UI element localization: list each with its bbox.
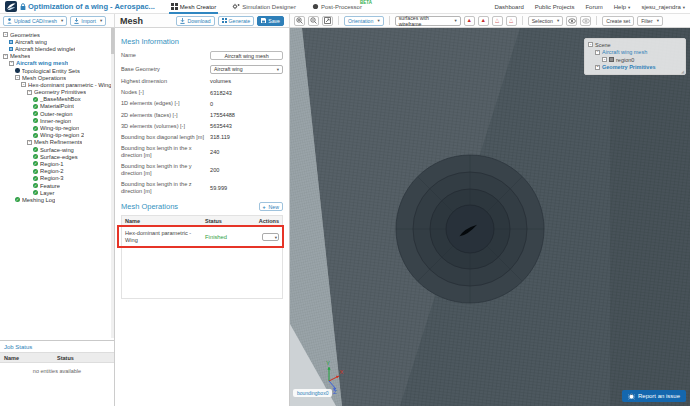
- check-icon: [33, 118, 38, 123]
- tree-item-geometries[interactable]: Geometries: [2, 31, 113, 38]
- tree-item-surface-wing[interactable]: Surface-wing: [2, 146, 113, 153]
- tree-item-mesh-operations[interactable]: Mesh Operations: [2, 74, 113, 81]
- expander-icon[interactable]: [595, 50, 600, 55]
- save-button[interactable]: Save: [257, 16, 284, 26]
- tree-item-meshing-log[interactable]: Meshing Log: [2, 196, 113, 203]
- scrollbar-thumb[interactable]: [111, 28, 114, 54]
- tree-item-materialpoint[interactable]: MaterialPoint: [2, 103, 113, 110]
- tree-item-surface-edges[interactable]: Surface-edges: [2, 153, 113, 160]
- mesh-quality-2-button[interactable]: ▲: [478, 16, 489, 26]
- tab-post-processor[interactable]: Post-Processor BETA: [310, 0, 364, 14]
- nav-forum[interactable]: Forum: [585, 4, 602, 10]
- scene-tree-overlay[interactable]: Scene Aircraft wing mesh region0 Geometr…: [584, 38, 686, 75]
- app-window: Optimization of a wing - Aerospac... Mes…: [0, 0, 690, 406]
- mesh-3d-render[interactable]: [290, 28, 690, 406]
- divider: [389, 16, 390, 25]
- nav-dashboard[interactable]: Dashboard: [494, 4, 523, 10]
- tab-mesh-creator[interactable]: Mesh Creator: [169, 0, 218, 14]
- resize-handle-icon[interactable]: [681, 69, 684, 74]
- tree-item-wing-tip-region[interactable]: Wing-tip-region: [2, 124, 113, 131]
- tree-item-feature[interactable]: Feature: [2, 182, 113, 189]
- tree-item-topological-entity-sets[interactable]: Topological Entity Sets: [2, 67, 113, 74]
- check-icon: [33, 176, 38, 181]
- mesh-name-input[interactable]: [210, 51, 283, 60]
- upload-cad-button[interactable]: Upload CAD/mesh: [3, 16, 67, 26]
- main-content: Geometries Aircraft wing Aircraft blende…: [0, 28, 690, 406]
- check-icon: [33, 161, 38, 166]
- generate-button[interactable]: Generate: [218, 16, 255, 26]
- tree-item-inner-region[interactable]: Inner-region: [2, 117, 113, 124]
- tree-item-wing-tip-region-2[interactable]: Wing-tip-region 2: [2, 132, 113, 139]
- expander-icon[interactable]: [27, 140, 32, 145]
- selection-dropdown[interactable]: Selection: [528, 16, 564, 26]
- beta-badge: BETA: [360, 0, 372, 5]
- expander-icon[interactable]: [9, 61, 14, 66]
- scene-root-item[interactable]: Scene: [588, 41, 682, 49]
- svg-text:Y: Y: [326, 360, 330, 366]
- generate-label: Generate: [229, 18, 251, 24]
- new-operation-button[interactable]: New: [259, 202, 283, 211]
- tree-item-region-3[interactable]: Region-3: [2, 175, 113, 182]
- expander-icon[interactable]: [15, 75, 20, 80]
- expander-icon[interactable]: [27, 90, 32, 95]
- orientation-dropdown[interactable]: Orientation: [344, 16, 384, 26]
- tree-item-region-2[interactable]: Region-2: [2, 168, 113, 175]
- expander-icon[interactable]: [3, 32, 8, 37]
- report-issue-button[interactable]: Report an issue: [622, 390, 686, 402]
- tree-item-outer-region[interactable]: Outer-region: [2, 110, 113, 117]
- tree-item-aircraft-wing[interactable]: Aircraft wing: [2, 38, 113, 45]
- nav-public-projects[interactable]: Public Projects: [535, 4, 575, 10]
- panel-title: Mesh: [120, 16, 143, 26]
- tree-item-basemeshbox[interactable]: _BaseMeshBox: [2, 96, 113, 103]
- expander-icon[interactable]: [21, 82, 26, 87]
- app-logo-icon[interactable]: [5, 1, 17, 12]
- tree-item-aircraft-wing-mesh[interactable]: Aircraft wing mesh: [2, 60, 113, 67]
- expander-icon[interactable]: [602, 57, 607, 62]
- tree-item-region-1[interactable]: Region-1: [2, 160, 113, 167]
- project-title[interactable]: Optimization of a wing - Aerospac...: [28, 2, 155, 11]
- zoom-fit-button[interactable]: [322, 16, 333, 26]
- operation-actions-select[interactable]: [262, 233, 279, 241]
- scene-geometry-primitives-item[interactable]: Geometry Primitives: [588, 64, 682, 72]
- tree-item-hex-dominant-parametric[interactable]: Hex-dominant parametric - Wing: [2, 81, 113, 88]
- upload-label: Upload CAD/mesh: [14, 18, 57, 24]
- save-label: Save: [268, 18, 280, 24]
- operation-row-hex-dominant[interactable]: Hex-dominant parametric - Wing Finished: [122, 227, 282, 248]
- scene-region-item[interactable]: region0: [588, 56, 682, 64]
- report-issue-label: Report an issue: [638, 393, 680, 399]
- expander-icon[interactable]: [588, 42, 593, 47]
- tree-item-layer[interactable]: Layer: [2, 189, 113, 196]
- generate-grid-icon: [222, 18, 227, 23]
- create-set-button[interactable]: Create set: [602, 16, 634, 26]
- check-icon: [33, 147, 38, 152]
- filter-dropdown[interactable]: Filter: [637, 16, 663, 26]
- import-button[interactable]: Import: [70, 16, 106, 26]
- tree-item-mesh-refinements[interactable]: Mesh Refinements: [2, 139, 113, 146]
- field-row-nodes: Nodes [-] 6318243: [121, 89, 283, 96]
- sidebar-scrollbar[interactable]: [111, 28, 114, 338]
- hide-selection-button[interactable]: [566, 16, 577, 26]
- 2d-elements-value: 17554488: [210, 112, 235, 118]
- nav-help-menu[interactable]: Help: [614, 4, 631, 10]
- job-status-header: Name Status: [0, 352, 114, 363]
- tree-item-aircraft-blended-winglet[interactable]: Aircraft blended winglet: [2, 45, 113, 52]
- expander-icon[interactable]: [3, 54, 8, 59]
- wing-tip-refinement-region: [396, 155, 544, 303]
- show-all-button[interactable]: [580, 16, 591, 26]
- zoom-out-button[interactable]: [308, 16, 319, 26]
- mesh-quality-1-button[interactable]: ▲: [464, 16, 475, 26]
- tree-item-meshes[interactable]: Meshes: [2, 53, 113, 60]
- scene-mesh-item[interactable]: Aircraft wing mesh: [588, 49, 682, 57]
- tree-item-geometry-primitives[interactable]: Geometry Primitives: [2, 89, 113, 96]
- base-geometry-select[interactable]: Aircraft wing: [210, 65, 283, 74]
- mesh-quality-4-button[interactable]: △: [506, 16, 517, 26]
- user-menu[interactable]: sjesu_rajendra: [641, 4, 685, 10]
- fit-view-icon: [324, 17, 331, 24]
- render-mode-select[interactable]: surfaces with wireframe: [395, 16, 461, 26]
- zoom-in-button[interactable]: [294, 16, 305, 26]
- expander-icon[interactable]: [595, 65, 600, 70]
- tab-simulation-designer[interactable]: Simulation Designer: [230, 0, 298, 14]
- mesh-quality-3-button[interactable]: △: [492, 16, 503, 26]
- download-button[interactable]: Download: [176, 16, 214, 26]
- viewport-3d[interactable]: Scene Aircraft wing mesh region0 Geometr…: [290, 28, 690, 406]
